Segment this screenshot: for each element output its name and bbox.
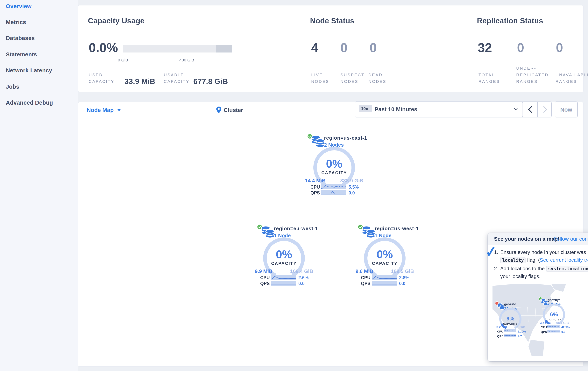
unavailable-ranges-count: 0: [556, 41, 563, 55]
cpu-value: 2.8%: [399, 275, 409, 280]
dead-nodes-label: DEADNODES: [368, 72, 387, 85]
qps-label: QPS: [497, 334, 503, 338]
total-ranges-label: TOTALRANGES: [479, 72, 500, 85]
capacity-label: CAPACITY: [542, 318, 566, 321]
time-step-buttons: [522, 102, 552, 117]
sidebar-item-statements[interactable]: Statements: [6, 51, 37, 58]
example-node-map: 1 geo=sfo 2 Nodes 9% CAPACITY 3.2 GiB 35…: [493, 284, 588, 356]
capacity-tick-label-mid: 400 GiB: [171, 58, 202, 62]
qps-value: 4.7: [518, 334, 522, 338]
sidebar-item-databases[interactable]: Databases: [6, 35, 35, 41]
app-root: Overview Metrics Databases Statements Ne…: [0, 0, 588, 371]
view-mode-dropdown[interactable]: Node Map: [87, 107, 121, 113]
capacity-percent: 0%: [311, 157, 357, 170]
chevron-left-icon: [528, 106, 532, 113]
cpu-label: CPU: [310, 185, 320, 189]
qps-value: 0.0: [561, 330, 566, 334]
step-text: Ensure every node in your cluster was st…: [500, 249, 588, 255]
capacity-tick: [187, 54, 187, 56]
qps-value: 0.0: [298, 281, 304, 286]
capacity-percent: 0.0%: [89, 41, 118, 55]
step-done-check-icon: ✓: [484, 243, 498, 261]
capacity-label: CAPACITY: [361, 261, 408, 266]
code-chip: system.locations: [546, 266, 588, 272]
sidebar-item-overview[interactable]: Overview: [6, 3, 32, 9]
node-map-panel: Node Map Cluster 10m Past 10 Minutes: [78, 102, 583, 366]
qps-sparkline: [271, 281, 296, 286]
under-replicated-label: UNDER-REPLICATEDRANGES: [516, 65, 548, 85]
time-forward-button[interactable]: [538, 102, 552, 117]
total-value: 35.1 GiB: [496, 326, 525, 329]
time-range-select[interactable]: 10m Past 10 Minutes: [355, 102, 525, 117]
used-capacity-label: USEDCAPACITY: [89, 72, 114, 85]
total-value: 338.9 GiB: [305, 178, 363, 184]
sidebar-item-jobs[interactable]: Jobs: [6, 84, 19, 90]
location-pin-icon: [216, 107, 221, 113]
dead-nodes-count: 0: [369, 41, 377, 55]
unavailable-ranges-label: UNAVAILABLERANGES: [556, 72, 588, 85]
total-value: 169.4 GiB: [255, 268, 313, 274]
cluster-name: region=us-west-1: [375, 226, 419, 231]
cpu-label: CPU: [361, 275, 370, 280]
popup-instructions: 1.Ensure every node in your cluster was …: [494, 248, 588, 281]
capacity-percent: 6%: [542, 311, 566, 317]
breadcrumb[interactable]: Cluster: [224, 107, 243, 113]
cpu-value: 2.6%: [298, 275, 308, 280]
mini-cluster-name: geo=sfo: [504, 303, 516, 306]
sidebar-item-metrics[interactable]: Metrics: [6, 19, 26, 25]
step-text: your locality flags.: [494, 273, 541, 279]
sidebar-item-network-latency[interactable]: Network Latency: [6, 67, 52, 73]
total-value: 65.7 GiB: [540, 321, 569, 325]
capacity-usage-title: Capacity Usage: [88, 16, 144, 25]
cluster-name: region=eu-west-1: [274, 226, 318, 231]
time-back-button[interactable]: [523, 102, 537, 117]
mini-cluster-name: geo=nyc: [548, 298, 560, 302]
qps-label: QPS: [361, 281, 370, 286]
step-number: 2.: [494, 265, 500, 272]
qps-sparkline: [372, 281, 397, 286]
cpu-label: CPU: [541, 326, 547, 329]
cpu-label: CPU: [260, 275, 270, 280]
chevron-down-icon: [117, 109, 121, 111]
code-chip: locality: [500, 257, 526, 263]
cpu-sparkline: [547, 325, 560, 328]
summary-panel: Capacity Usage 0.0% 0 GiB 400 GiB USEDCA…: [78, 5, 583, 92]
chevron-right-icon: [543, 106, 547, 113]
chevron-down-icon: [514, 108, 518, 110]
cpu-value: 42.5%: [561, 326, 570, 329]
cpu-value: 5.5%: [348, 185, 359, 189]
qps-sparkline: [321, 190, 346, 195]
cpu-sparkline: [372, 275, 397, 280]
capacity-tick-label-min: 0 GiB: [107, 58, 138, 62]
under-replicated-count: 0: [517, 41, 524, 55]
cpu-sparkline: [504, 330, 516, 332]
live-nodes-label: LIVENODES: [311, 72, 329, 85]
toolbar-divider-line: [78, 118, 583, 118]
cpu-sparkline: [321, 184, 346, 189]
capacity-label: CAPACITY: [499, 322, 522, 325]
capacity-label: CAPACITY: [261, 261, 307, 266]
qps-value: 0.0: [399, 281, 405, 286]
time-range-badge: 10m: [359, 105, 372, 112]
instruction-step-2: 2.Add locations to the system.locations …: [494, 265, 588, 280]
popup-header: See your nodes on a map! Follow our conf…: [488, 233, 588, 245]
instruction-step-1: 1.Ensure every node in your cluster was …: [494, 248, 588, 264]
usable-capacity-value: 677.8 GiB: [193, 77, 228, 86]
used-capacity-value: 33.9 MiB: [125, 77, 155, 86]
locality-tree-link[interactable]: See current locality tree: [540, 257, 588, 263]
capacity-tick: [123, 54, 123, 56]
now-button[interactable]: Now: [555, 102, 578, 117]
qps-value: 0.0: [348, 191, 355, 195]
capacity-bar: [123, 45, 232, 52]
view-mode-label: Node Map: [87, 107, 114, 113]
sidebar-item-advanced-debug[interactable]: Advanced Debug: [6, 100, 53, 106]
suspect-nodes-label: SUSPECTNODES: [340, 72, 365, 85]
capacity-percent: 0%: [261, 248, 307, 261]
capacity-tick: [219, 54, 220, 56]
configuration-guide-link[interactable]: Follow our configuration guide: [554, 236, 588, 242]
total-value: 169.5 GiB: [356, 268, 414, 274]
sidebar: Overview Metrics Databases Statements Ne…: [0, 0, 78, 371]
node-map-setup-popup: See your nodes on a map! Follow our conf…: [488, 233, 588, 361]
capacity-percent: 0%: [361, 248, 408, 261]
node-status-title: Node Status: [310, 16, 354, 25]
